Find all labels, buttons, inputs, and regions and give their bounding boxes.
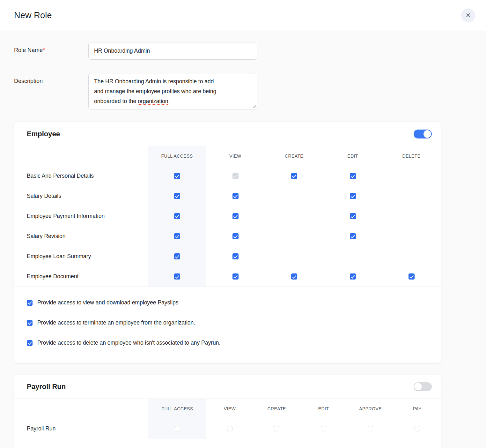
permissions-table-header: FULL ACCESSVIEWCREATEEDITDELETE <box>14 146 441 166</box>
close-button[interactable]: ✕ <box>461 8 475 22</box>
row-label: Employee Document <box>14 273 148 280</box>
checkbox-checked[interactable] <box>174 273 180 280</box>
resize-handle-icon[interactable] <box>252 104 256 108</box>
table-row: Salary Revision <box>14 226 441 246</box>
permission-cell <box>347 419 394 439</box>
column-header: DELETE <box>382 146 441 166</box>
row-label: Payroll Run <box>14 425 148 432</box>
table-row: Employee Document <box>14 266 441 287</box>
row-label: Employee Loan Summary <box>14 253 148 260</box>
column-header: EDIT <box>300 399 347 419</box>
misspelled-word: organization <box>138 98 168 104</box>
column-header: APPROVE <box>347 399 394 419</box>
checkbox-checked[interactable] <box>350 213 356 219</box>
permissions-table-body: Basic And Personal DetailsSalary Details… <box>14 166 441 287</box>
row-label: Basic And Personal Details <box>14 173 148 179</box>
checkbox-unchecked[interactable] <box>175 426 180 431</box>
checkbox-checked[interactable] <box>291 273 297 280</box>
permission-cell <box>323 186 382 206</box>
permission-cell <box>206 266 265 287</box>
column-header: VIEW <box>206 146 265 166</box>
column-header: FULL ACCESS <box>148 146 206 166</box>
extra-option-row[interactable]: Provide access to view and download empl… <box>27 293 441 313</box>
checkbox-checked[interactable] <box>27 320 33 326</box>
permission-cell <box>206 206 265 226</box>
checkbox-checked[interactable] <box>174 193 180 199</box>
table-row: Payroll Run <box>14 419 441 439</box>
employee-section-title: Employee <box>27 130 60 138</box>
permissions-table-body: Payroll Run <box>14 419 441 439</box>
payroll-section-title: Payroll Run <box>27 383 66 391</box>
permission-cell <box>148 266 206 287</box>
employee-extra-options: Provide access to view and download empl… <box>14 287 441 363</box>
role-form: Role Name* Description The HR Onboarding… <box>0 31 486 109</box>
table-row: Employee Payment Information <box>14 206 441 226</box>
column-header: EDIT <box>323 146 382 166</box>
employee-section-toggle[interactable] <box>414 130 432 138</box>
checkbox-checked[interactable] <box>174 233 180 239</box>
employee-card-header: Employee <box>14 122 441 146</box>
checkbox-checked-disabled <box>232 173 239 179</box>
checkbox-checked[interactable] <box>291 173 297 179</box>
payroll-card-header: Payroll Run <box>14 375 441 399</box>
extra-option-row[interactable]: Provide access to terminate an employee … <box>27 313 441 333</box>
toggle-knob <box>414 383 422 391</box>
checkbox-checked[interactable] <box>232 273 239 280</box>
payroll-section-toggle[interactable] <box>414 382 432 391</box>
checkbox-checked[interactable] <box>232 253 239 259</box>
close-icon: ✕ <box>466 11 471 19</box>
role-name-input[interactable] <box>88 42 257 60</box>
permission-cell <box>206 166 265 186</box>
permission-cell <box>382 226 441 246</box>
dialog-header: New Role ✕ <box>0 0 486 31</box>
checkbox-checked[interactable] <box>27 300 33 306</box>
permission-cell <box>323 246 382 266</box>
permission-cell <box>265 226 323 246</box>
column-header: CREATE <box>265 146 323 166</box>
checkbox-checked[interactable] <box>174 253 180 259</box>
checkbox-checked[interactable] <box>27 340 33 346</box>
permission-cell <box>265 206 323 226</box>
permission-cell <box>148 166 206 186</box>
permission-cell <box>206 186 265 206</box>
permission-cell <box>206 226 265 246</box>
checkbox-checked[interactable] <box>350 173 356 179</box>
checkbox-checked[interactable] <box>409 273 415 280</box>
page-title: New Role <box>14 11 52 20</box>
permissions-table-header: FULL ACCESSVIEWCREATEEDITAPPROVEPAY <box>14 399 441 419</box>
row-label: Employee Payment Information <box>14 213 148 220</box>
permission-cell <box>382 206 441 226</box>
checkbox-checked[interactable] <box>232 213 239 219</box>
permission-cell <box>253 419 300 439</box>
checkbox-checked[interactable] <box>174 173 180 179</box>
permission-cell <box>148 206 206 226</box>
permission-cell <box>323 206 382 226</box>
permission-cell <box>148 419 206 439</box>
permission-cell <box>265 166 323 186</box>
checkbox-checked[interactable] <box>232 193 239 199</box>
table-row: Salary Details <box>14 186 441 206</box>
permission-cell <box>206 419 253 439</box>
permission-cell <box>394 419 441 439</box>
description-label: Description <box>14 73 88 85</box>
checkbox-checked[interactable] <box>350 233 356 239</box>
extra-option-row[interactable]: Provide access to delete an employee who… <box>27 333 441 353</box>
column-header: VIEW <box>206 399 253 419</box>
permission-cell <box>323 226 382 246</box>
checkbox-unchecked[interactable] <box>415 426 420 431</box>
payroll-run-permissions-card: Payroll Run FULL ACCESSVIEWCREATEEDITAPP… <box>14 375 441 448</box>
description-textarea[interactable]: The HR Onboarding Admin is responsible t… <box>88 73 257 109</box>
checkbox-checked[interactable] <box>350 273 356 280</box>
checkbox-unchecked[interactable] <box>227 426 232 431</box>
role-name-row: Role Name* <box>14 42 486 60</box>
permission-cell <box>148 246 206 266</box>
checkbox-unchecked[interactable] <box>321 426 326 431</box>
checkbox-unchecked[interactable] <box>368 426 373 431</box>
checkbox-checked[interactable] <box>174 213 180 219</box>
table-row: Employee Loan Summary <box>14 246 441 266</box>
checkbox-checked[interactable] <box>350 193 356 199</box>
checkbox-unchecked[interactable] <box>274 426 279 431</box>
permission-cell <box>382 246 441 266</box>
checkbox-checked[interactable] <box>232 233 239 239</box>
toggle-knob <box>423 130 431 138</box>
